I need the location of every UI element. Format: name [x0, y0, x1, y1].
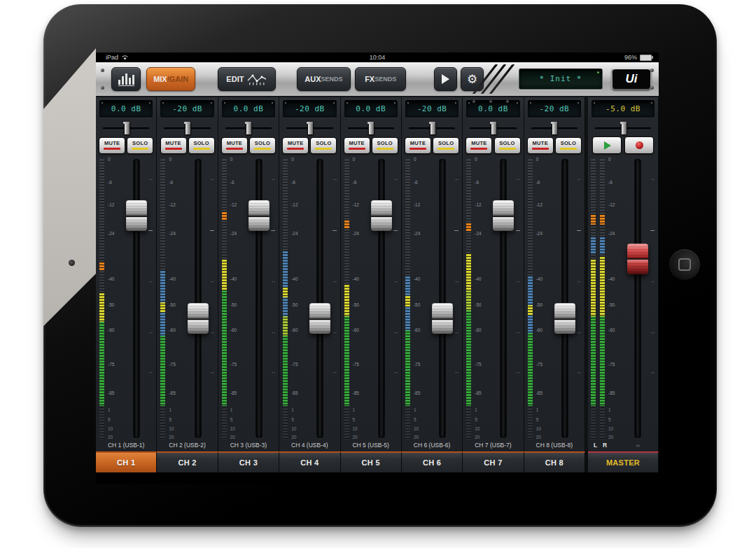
- fader[interactable]: [485, 156, 522, 441]
- fader-cap[interactable]: [248, 200, 270, 231]
- fader[interactable]: [363, 156, 400, 441]
- tab-ch-3[interactable]: CH 3: [218, 451, 279, 472]
- solo-button-indicator: [254, 148, 271, 150]
- meter-scale: 0-6-12-24-40-50-60-75-85151020: [107, 156, 118, 441]
- pan-slider[interactable]: [464, 120, 522, 136]
- pan-slider[interactable]: [281, 120, 338, 136]
- level-meter-track: [466, 159, 471, 440]
- fader[interactable]: [547, 156, 583, 441]
- fader[interactable]: [118, 156, 155, 441]
- master-strip: -5.0 dB0-6-12-24-40-50-60-75-85151020LR∞: [588, 97, 659, 451]
- fader-cap[interactable]: [309, 303, 330, 334]
- pan-handle[interactable]: [552, 122, 558, 135]
- fader-track[interactable]: [635, 159, 641, 438]
- tab-ch-4[interactable]: CH 4: [279, 451, 340, 472]
- channel-label: CH 1 (USB-1): [97, 441, 155, 451]
- mute-button[interactable]: MUTE: [221, 137, 248, 154]
- pan-slider[interactable]: [403, 120, 461, 136]
- mute-button[interactable]: MUTE: [405, 137, 431, 154]
- home-button[interactable]: [669, 249, 700, 280]
- mute-button-indicator: [410, 148, 426, 150]
- pan-slider[interactable]: [220, 120, 277, 136]
- fader[interactable]: [424, 156, 461, 441]
- camera-icon: [69, 260, 75, 266]
- mute-button[interactable]: MUTE: [282, 137, 309, 154]
- pan-handle[interactable]: [307, 122, 314, 135]
- tab-ch-8[interactable]: CH 8: [524, 451, 585, 472]
- mute-button-label: MUTE: [410, 141, 426, 146]
- mute-button[interactable]: MUTE: [99, 137, 125, 154]
- pan-handle[interactable]: [185, 122, 191, 135]
- pan-handle[interactable]: [246, 122, 252, 135]
- tab-ch-2[interactable]: CH 2: [157, 451, 218, 472]
- level-meter: [526, 156, 536, 441]
- scale-label: 0: [608, 157, 611, 162]
- mute-button[interactable]: MUTE: [465, 137, 492, 154]
- pan-handle[interactable]: [430, 122, 436, 135]
- meters-view-button[interactable]: [111, 67, 141, 91]
- fader-cap[interactable]: [371, 200, 392, 231]
- fader-cap[interactable]: [188, 303, 209, 334]
- play-button[interactable]: [434, 67, 457, 91]
- aux-sends-label: SENDS: [321, 76, 343, 83]
- fader-cap[interactable]: [126, 200, 147, 231]
- pan-handle[interactable]: [491, 122, 497, 135]
- fader-cap[interactable]: [627, 244, 648, 274]
- mute-button[interactable]: MUTE: [160, 137, 187, 154]
- solo-button-indicator: [193, 148, 210, 150]
- aux-sends-button[interactable]: AUXSENDS: [297, 67, 351, 91]
- fx-sends-button[interactable]: FXSENDS: [355, 67, 406, 91]
- tab-ch-7[interactable]: CH 7: [463, 451, 524, 472]
- fader-track[interactable]: [561, 159, 568, 438]
- channel-strip-2: -20 dBMUTESOLO0-6-12-24-40-50-60-75-8515…: [157, 97, 218, 451]
- master-record-button[interactable]: [624, 136, 654, 154]
- tab-ch-6[interactable]: CH 6: [402, 451, 463, 472]
- solo-button[interactable]: SOLO: [127, 137, 153, 154]
- pan-slider[interactable]: [526, 120, 583, 136]
- fader[interactable]: [302, 156, 338, 441]
- fader-tick: [333, 281, 337, 282]
- channel-label: CH 7 (USB-7): [464, 441, 522, 451]
- ui-logo: Ui: [611, 68, 652, 90]
- gr-scale-label: 20: [291, 434, 296, 439]
- solo-button[interactable]: SOLO: [494, 137, 521, 154]
- pan-slider[interactable]: [158, 120, 216, 136]
- pan-slider[interactable]: [589, 120, 657, 136]
- fader-cap[interactable]: [493, 200, 514, 231]
- fader[interactable]: [241, 156, 277, 441]
- tab-master[interactable]: MASTER: [588, 451, 659, 472]
- edit-button[interactable]: EDIT: [218, 67, 276, 91]
- solo-button[interactable]: SOLO: [555, 137, 582, 154]
- tab-ch-1[interactable]: CH 1: [96, 451, 157, 472]
- master-play-button[interactable]: [592, 136, 622, 154]
- meter-label-left: L: [594, 441, 603, 451]
- fader-cap[interactable]: [554, 303, 575, 334]
- solo-button[interactable]: SOLO: [372, 137, 398, 154]
- fader-track[interactable]: [317, 159, 323, 438]
- solo-button[interactable]: SOLO: [188, 137, 215, 154]
- fader-track[interactable]: [440, 159, 446, 438]
- fader-cap[interactable]: [432, 303, 453, 334]
- mute-button[interactable]: MUTE: [527, 137, 554, 154]
- solo-button[interactable]: SOLO: [433, 137, 459, 154]
- gear-icon: ⚙: [467, 72, 477, 87]
- scale-label: -40: [475, 276, 481, 281]
- fader-track[interactable]: [195, 159, 201, 438]
- mix-gain-button[interactable]: MIX/GAIN: [146, 67, 195, 91]
- scale-label: 0: [536, 157, 539, 162]
- preset-display[interactable]: * Init *: [519, 69, 603, 90]
- solo-button[interactable]: SOLO: [310, 137, 337, 154]
- fader[interactable]: [619, 156, 657, 441]
- pan-handle[interactable]: [124, 122, 130, 135]
- mute-button[interactable]: MUTE: [344, 137, 370, 154]
- gr-scale-label: 10: [414, 426, 419, 430]
- tab-ch-5[interactable]: CH 5: [341, 451, 402, 472]
- settings-button[interactable]: ⚙: [461, 67, 484, 91]
- pan-handle[interactable]: [621, 122, 627, 135]
- channel-label: CH 3 (USB-3): [220, 441, 277, 451]
- pan-handle[interactable]: [368, 122, 374, 135]
- solo-button[interactable]: SOLO: [249, 137, 276, 154]
- fader[interactable]: [179, 156, 216, 441]
- pan-slider[interactable]: [342, 120, 400, 136]
- pan-slider[interactable]: [97, 120, 155, 136]
